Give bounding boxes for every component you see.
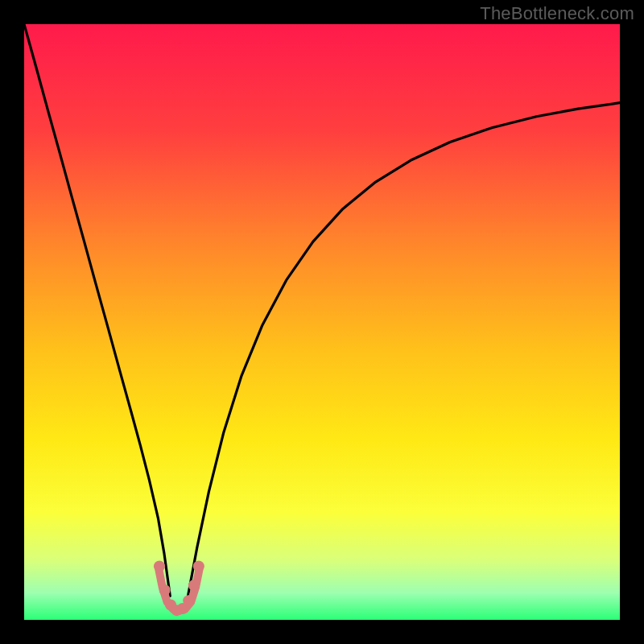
plot-area: [24, 24, 620, 620]
valley-marker: [159, 584, 171, 596]
series-left-arm: [24, 24, 170, 596]
curve-layer: [24, 24, 620, 620]
valley-marker: [183, 595, 194, 606]
chart-frame: TheBottleneck.com: [0, 0, 644, 644]
series-right-arm: [188, 103, 621, 597]
valley-marker: [188, 580, 200, 591]
valley-marker: [154, 560, 165, 572]
valley-marker: [193, 560, 204, 572]
watermark-text: TheBottleneck.com: [480, 3, 634, 24]
